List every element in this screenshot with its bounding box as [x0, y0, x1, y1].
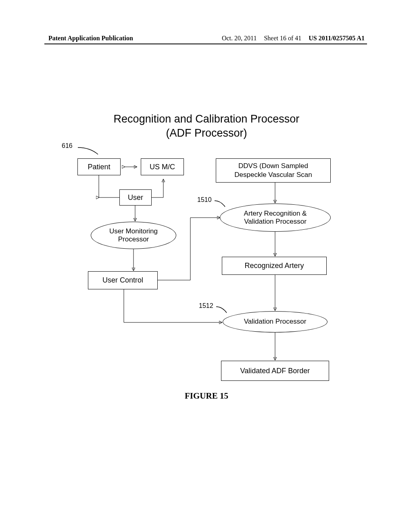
ddvs-line2: Despeckle Vascular Scan: [234, 170, 312, 179]
header-date: Oct. 20, 2011: [222, 35, 257, 42]
title-line2: (ADF Processor): [0, 126, 413, 140]
box-user-control: User Control: [88, 271, 158, 289]
header-sheet: Sheet 16 of 41: [264, 35, 301, 42]
box-recognized-artery: Recognized Artery: [222, 257, 327, 275]
ddvs-line1: DDVS (Down Sampled: [234, 162, 312, 170]
header-publication: Patent Application Publication: [48, 35, 133, 42]
header-pubnum: US 2011/0257505 A1: [309, 35, 365, 42]
box-user: User: [119, 189, 152, 206]
ref-1512: 1512: [199, 302, 213, 310]
diagram-title: Recognition and Calibration Processor (A…: [0, 112, 413, 140]
artery-line1: Artery Recognition &: [244, 210, 307, 218]
leader-line-1512: [216, 305, 228, 314]
box-validated-adf: Validated ADF Border: [221, 361, 329, 381]
artery-line2: Validation Processor: [244, 218, 307, 226]
ref-1510: 1510: [197, 196, 212, 204]
box-usmc: US M/C: [141, 158, 184, 175]
box-ddvs: DDVS (Down Sampled Despeckle Vascular Sc…: [216, 158, 331, 183]
ellipse-validation-processor: Validation Processor: [223, 311, 327, 332]
figure-caption: FIGURE 15: [0, 391, 413, 401]
ref-616: 616: [62, 142, 73, 150]
ellipse-artery-recognition: Artery Recognition & Validation Processo…: [220, 204, 331, 232]
monitoring-line1: User Monitoring: [109, 227, 158, 235]
box-patient: Patient: [77, 158, 121, 175]
header-separator: [44, 44, 367, 44]
ellipse-user-monitoring: User Monitoring Processor: [91, 222, 176, 249]
title-line1: Recognition and Calibration Processor: [0, 112, 413, 126]
monitoring-line2: Processor: [109, 235, 158, 243]
patent-header: Patent Application Publication Oct. 20, …: [0, 35, 413, 42]
flow-connectors: [0, 0, 413, 532]
leader-line-616: [78, 145, 102, 156]
leader-line-1510: [215, 200, 227, 208]
